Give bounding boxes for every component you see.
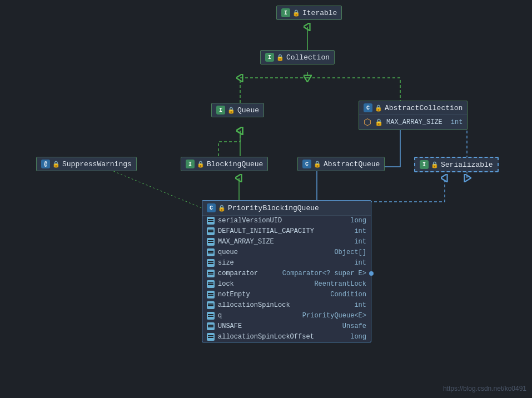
field-icon-7 [207, 291, 215, 298]
serializable-node[interactable]: I 🔒 Serializable [414, 157, 499, 172]
abstract-queue-lock: 🔒 [314, 161, 321, 168]
svg-line-7 [103, 167, 203, 208]
queue-badge: I [216, 106, 225, 115]
field-icon-2 [207, 238, 215, 246]
watermark: https://blog.csdn.net/ko0491 [443, 385, 526, 392]
field-name-2: MAX_ARRAY_SIZE [218, 238, 351, 246]
serializable-label: Serializable [441, 161, 493, 169]
field-row-1: DEFAULT_INITIAL_CAPACITY int [202, 226, 371, 237]
field-name-8: allocationSpinLock [218, 301, 351, 309]
queue-label: Queue [237, 106, 259, 115]
field-icon-1 [207, 227, 215, 235]
abstract-queue-label: AbstractQueue [324, 160, 380, 168]
field-type-1: int [354, 227, 366, 235]
max-array-size-name: MAX_ARRAY_SIZE [386, 118, 448, 126]
field-row-10: UNSAFE Unsafe [202, 321, 371, 332]
field-icon-11 [207, 333, 215, 341]
field-icon-10 [207, 322, 215, 330]
pbq-lock: 🔒 [218, 205, 226, 212]
suppress-badge: @ [41, 160, 50, 168]
field-row-7: notEmpty Condition [202, 290, 371, 300]
field-icon-9 [207, 312, 215, 320]
abstract-collection-badge: C [364, 103, 372, 112]
field-row-4: size int [202, 258, 371, 268]
serializable-lock: 🔒 [431, 161, 439, 168]
pbq-badge: C [207, 203, 216, 212]
iterable-lock: 🔒 [292, 9, 300, 17]
field-name-9: q [218, 312, 299, 320]
pbq-header: C 🔒 PriorityBlockingQueue [202, 201, 371, 216]
field-type-4: int [354, 259, 366, 267]
field-type-6: ReentrantLock [314, 280, 366, 288]
field-icon-3 [207, 248, 215, 256]
field-type-0: long [350, 217, 366, 225]
field-name-6: lock [218, 280, 311, 288]
field-name-7: notEmpty [218, 291, 327, 298]
field-row-2: MAX_ARRAY_SIZE int [202, 237, 371, 247]
abstract-collection-label: AbstractCollection [385, 104, 463, 112]
field-name-1: DEFAULT_INITIAL_CAPACITY [218, 227, 351, 235]
collection-label: Collection [286, 53, 330, 62]
field-icon-0 [207, 217, 215, 225]
field-name-3: queue [218, 248, 331, 256]
collection-node[interactable]: I 🔒 Collection [260, 50, 335, 64]
field-row-3: queue Object[] [202, 247, 371, 258]
abstract-collection-node[interactable]: C 🔒 AbstractCollection ⬡ 🔒 MAX_ARRAY_SIZ… [359, 101, 468, 130]
field-type-9: PriorityQueue<E> [302, 312, 366, 320]
field-type-8: int [354, 301, 366, 309]
field-name-4: size [218, 259, 351, 267]
iterable-node[interactable]: I 🔒 Iterable [276, 6, 342, 20]
field-icon-max: ⬡ [364, 117, 371, 128]
field-lock-max: 🔒 [375, 118, 383, 127]
field-row-5: comparator Comparator<? super E> [202, 268, 371, 279]
max-array-size-type: int [451, 118, 463, 126]
field-icon-8 [207, 301, 215, 309]
field-row-8: allocationSpinLock int [202, 300, 371, 311]
blocking-queue-lock: 🔒 [197, 161, 205, 168]
resize-handle[interactable] [369, 271, 374, 276]
field-name-11: allocationSpinLockOffset [218, 333, 347, 341]
field-type-10: Unsafe [342, 322, 366, 330]
blocking-queue-badge: I [186, 160, 195, 168]
abstract-collection-lock: 🔒 [375, 105, 382, 112]
suppress-label: SuppressWarnings [62, 160, 132, 168]
priority-blocking-queue-node[interactable]: C 🔒 PriorityBlockingQueue serialVersionU… [202, 200, 371, 342]
queue-node[interactable]: I 🔒 Queue [211, 103, 264, 117]
serializable-badge: I [420, 160, 429, 169]
suppress-lock: 🔒 [52, 161, 60, 168]
diagram-canvas: I 🔒 Iterable I 🔒 Collection I 🔒 Queue C … [0, 0, 532, 398]
blocking-queue-node[interactable]: I 🔒 BlockingQueue [181, 157, 268, 171]
field-icon-4 [207, 259, 215, 267]
field-type-2: int [354, 238, 366, 246]
field-type-5: Comparator<? super E> [282, 270, 366, 277]
field-row-9: q PriorityQueue<E> [202, 311, 371, 321]
field-row-0: serialVersionUID long [202, 216, 371, 226]
collection-badge: I [265, 53, 274, 62]
field-row-11: allocationSpinLockOffset long [202, 332, 371, 342]
collection-lock: 🔒 [276, 54, 284, 61]
suppress-warnings-node[interactable]: @ 🔒 SuppressWarnings [36, 157, 137, 171]
field-name-0: serialVersionUID [218, 217, 347, 225]
field-icon-6 [207, 280, 215, 288]
blocking-queue-label: BlockingQueue [207, 160, 263, 168]
iterable-badge: I [281, 8, 290, 17]
field-icon-5 [207, 270, 215, 277]
pbq-label: PriorityBlockingQueue [228, 204, 319, 212]
abstract-queue-badge: C [302, 160, 311, 168]
queue-lock: 🔒 [227, 107, 235, 114]
field-name-10: UNSAFE [218, 322, 339, 330]
field-type-11: long [350, 333, 366, 341]
abstract-queue-node[interactable]: C 🔒 AbstractQueue [297, 157, 385, 171]
field-type-7: Condition [330, 291, 366, 298]
field-row-6: lock ReentrantLock [202, 279, 371, 290]
field-type-3: Object[] [334, 248, 366, 256]
field-name-5: comparator [218, 270, 279, 277]
iterable-label: Iterable [302, 9, 337, 17]
